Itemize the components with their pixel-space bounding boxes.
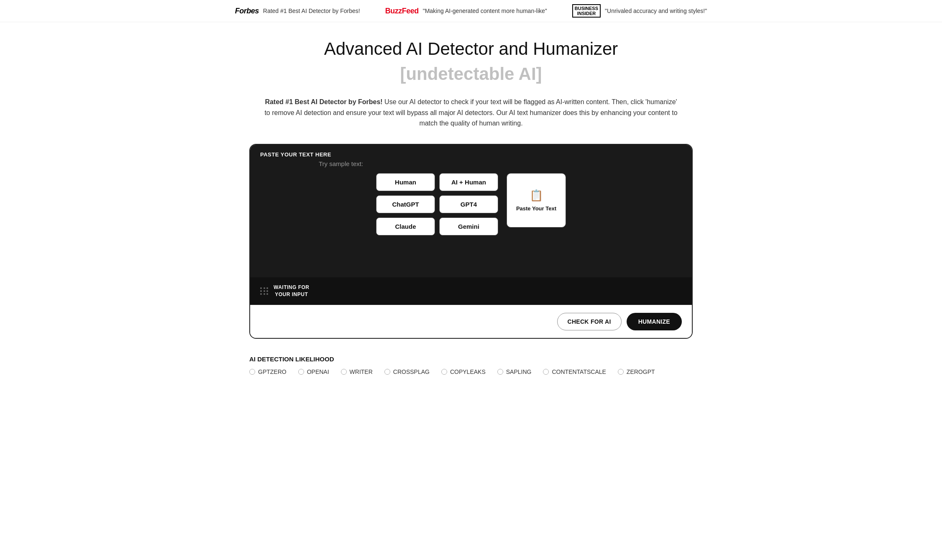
radio-sapling[interactable] <box>497 369 503 375</box>
toolbox-bottom: CHECK FOR AI HUMANIZE <box>250 305 692 338</box>
detection-item-zerogpt[interactable]: ZEROGPT <box>618 368 655 375</box>
detection-section: AI DETECTION LIKELIHOOD GPTZERO OPENAI W… <box>249 351 693 379</box>
forbes-text: Rated #1 Best AI Detector by Forbes! <box>263 8 360 14</box>
detection-title: AI DETECTION LIKELIHOOD <box>249 355 693 363</box>
main-content: Advanced AI Detector and Humanizer [unde… <box>241 22 701 387</box>
sample-btn-ai-human[interactable]: AI + Human <box>439 173 498 191</box>
description: Rated #1 Best AI Detector by Forbes! Use… <box>262 97 680 129</box>
sample-btn-chatgpt[interactable]: ChatGPT <box>376 195 435 213</box>
radio-writer[interactable] <box>341 369 347 375</box>
toolbox-middle: Try sample text: Human AI + Human ChatGP… <box>250 160 692 277</box>
detection-item-crossplag[interactable]: CROSSPLAG <box>384 368 430 375</box>
description-bold: Rated #1 Best AI Detector by Forbes! <box>265 98 382 105</box>
detection-item-gptzero[interactable]: GPTZERO <box>249 368 287 375</box>
detector-label-contentatscale: CONTENTATSCALE <box>552 368 606 375</box>
sample-text-label: Try sample text: <box>319 160 363 167</box>
radio-zerogpt[interactable] <box>618 369 624 375</box>
sample-btn-human[interactable]: Human <box>376 173 435 191</box>
dot <box>266 290 268 292</box>
detector-label-sapling: SAPLING <box>506 368 532 375</box>
detector-label-gptzero: GPTZERO <box>258 368 287 375</box>
paste-your-text-button[interactable]: 📋 Paste Your Text <box>507 173 566 228</box>
forbes-item: Forbes Rated #1 Best AI Detector by Forb… <box>235 7 360 15</box>
dot <box>264 290 265 292</box>
paste-btn-label: Paste Your Text <box>516 205 556 212</box>
dots-icon <box>260 287 269 295</box>
page-title: Advanced AI Detector and Humanizer <box>249 39 693 59</box>
status-text: WAITING FORYOUR INPUT <box>274 284 310 298</box>
radio-crossplag[interactable] <box>384 369 390 375</box>
forbes-logo: Forbes <box>235 7 259 15</box>
detection-item-sapling[interactable]: SAPLING <box>497 368 532 375</box>
dot <box>260 290 262 292</box>
paste-label: PASTE YOUR TEXT HERE <box>260 151 682 158</box>
dot <box>266 287 268 289</box>
dot <box>264 287 265 289</box>
sample-grid: Human AI + Human ChatGPT GPT4 Claude Gem… <box>376 173 498 235</box>
subtitle: [undetectable AI] <box>249 64 693 84</box>
detector-label-zerogpt: ZEROGPT <box>627 368 655 375</box>
detector-label-crossplag: CROSSPLAG <box>393 368 430 375</box>
check-for-ai-button[interactable]: CHECK FOR AI <box>557 313 622 330</box>
sample-buttons-area: Human AI + Human ChatGPT GPT4 Claude Gem… <box>376 173 566 235</box>
business-insider-logo: BUSINESS INSIDER <box>572 4 601 18</box>
detection-item-writer[interactable]: WRITER <box>341 368 373 375</box>
dot <box>264 293 265 295</box>
top-bar: Forbes Rated #1 Best AI Detector by Forb… <box>0 0 942 22</box>
tool-box: PASTE YOUR TEXT HERE Try sample text: Hu… <box>249 144 693 339</box>
business-insider-item: BUSINESS INSIDER "Unrivaled accuracy and… <box>572 4 707 18</box>
dot <box>260 293 262 295</box>
detector-label-copyleaks: COPYLEAKS <box>450 368 486 375</box>
radio-contentatscale[interactable] <box>543 369 549 375</box>
business-insider-text: "Unrivaled accuracy and writing styles!" <box>605 8 707 14</box>
humanize-button[interactable]: HUMANIZE <box>627 313 682 330</box>
buzzfeed-text: "Making AI-generated content more human-… <box>423 8 547 14</box>
detection-item-copyleaks[interactable]: COPYLEAKS <box>441 368 486 375</box>
buzzfeed-item: BuzzFeed "Making AI-generated content mo… <box>385 7 547 15</box>
toolbox-top: PASTE YOUR TEXT HERE <box>250 145 692 160</box>
detection-item-openai[interactable]: OPENAI <box>298 368 329 375</box>
status-bar: WAITING FORYOUR INPUT <box>250 277 692 305</box>
dot <box>266 293 268 295</box>
sample-btn-gpt4[interactable]: GPT4 <box>439 195 498 213</box>
radio-gptzero[interactable] <box>249 369 255 375</box>
detection-items: GPTZERO OPENAI WRITER CROSSPLAG COPYLEAK… <box>249 368 693 375</box>
clipboard-icon: 📋 <box>530 189 543 202</box>
detector-label-writer: WRITER <box>350 368 373 375</box>
sample-btn-gemini[interactable]: Gemini <box>439 217 498 235</box>
buzzfeed-logo: BuzzFeed <box>385 7 419 15</box>
detection-item-contentatscale[interactable]: CONTENTATSCALE <box>543 368 606 375</box>
detector-label-openai: OPENAI <box>307 368 329 375</box>
sample-btn-claude[interactable]: Claude <box>376 217 435 235</box>
dot <box>260 287 262 289</box>
radio-openai[interactable] <box>298 369 304 375</box>
radio-copyleaks[interactable] <box>441 369 447 375</box>
